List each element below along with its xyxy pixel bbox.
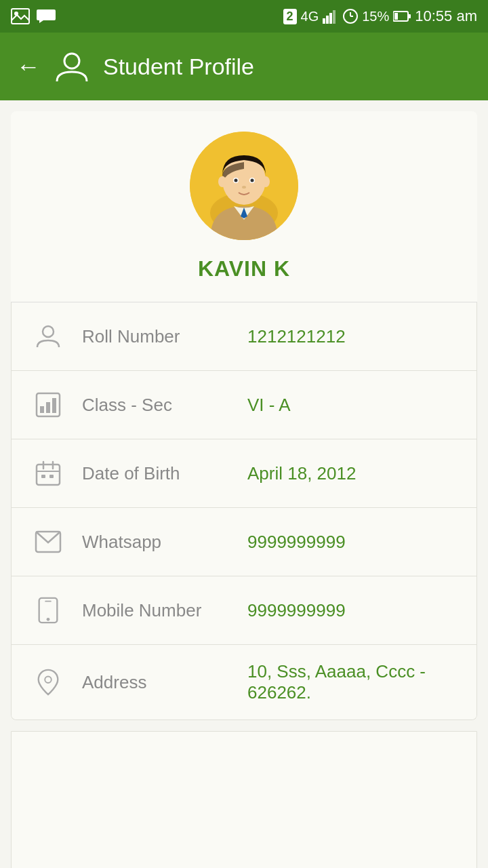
dob-value: April 18, 2012 [247,463,356,484]
mobile-value: 9999999999 [247,600,346,621]
status-bar-left [11,8,56,24]
network-label: 4G [301,9,319,24]
battery-icon [393,10,411,22]
address-row: Address 10, Sss, Aaaaa, Cccc - 626262. [12,645,476,719]
message-icon [37,8,56,24]
svg-rect-26 [46,402,50,413]
svg-point-19 [251,179,254,182]
svg-rect-10 [394,13,398,20]
svg-rect-27 [52,398,56,413]
svg-point-12 [64,54,79,68]
student-name: KAVIN K [198,256,290,281]
roll-number-row: Roll Number 1212121212 [12,302,476,371]
svg-point-37 [47,618,50,621]
time-display: 10:55 am [415,7,477,25]
profile-icon-header [54,49,89,84]
svg-point-22 [262,176,270,187]
calendar-icon [30,456,66,491]
svg-rect-33 [49,475,54,478]
svg-rect-28 [37,465,60,485]
page-title: Student Profile [103,54,254,80]
status-bar-right: 2 4G 15% 10:55 am [283,7,477,25]
app-bar: ← Student Profile [0,33,488,100]
svg-rect-4 [329,13,332,24]
envelope-icon [30,524,66,559]
dob-label: Date of Birth [82,463,231,484]
svg-rect-2 [323,18,325,24]
dob-row: Date of Birth April 18, 2012 [12,439,476,508]
svg-rect-25 [40,406,44,413]
profile-card: KAVIN K [11,111,477,302]
clock-icon [343,9,358,24]
chart-icon [30,387,66,422]
mobile-row: Mobile Number 9999999999 [12,576,476,645]
location-icon [30,665,66,700]
back-button[interactable]: ← [16,52,41,81]
person-icon [30,319,66,354]
info-section: Roll Number 1212121212 Class - Sec VI - … [11,302,477,720]
svg-rect-5 [333,10,336,24]
svg-rect-11 [408,14,411,18]
whatsapp-row: Whatsapp 9999999999 [12,508,476,576]
roll-number-value: 1212121212 [247,326,346,347]
battery-percentage: 15% [362,9,389,24]
phone-icon [30,593,66,628]
svg-point-20 [242,186,246,189]
avatar-svg [190,132,298,240]
svg-rect-3 [326,16,329,24]
address-label: Address [82,672,231,693]
class-sec-value: VI - A [247,395,291,416]
roll-number-label: Roll Number [82,326,231,347]
address-value: 10, Sss, Aaaaa, Cccc - 626262. [247,661,458,703]
svg-point-23 [43,326,54,337]
whatsapp-label: Whatsapp [82,532,231,553]
whatsapp-value: 9999999999 [247,532,346,553]
class-sec-row: Class - Sec VI - A [12,371,476,439]
sim-badge: 2 [283,9,297,24]
svg-point-17 [235,179,238,182]
svg-point-21 [218,176,226,187]
mobile-label: Mobile Number [82,600,231,621]
class-sec-label: Class - Sec [82,395,231,416]
bottom-area [11,731,477,868]
gallery-icon [11,8,30,24]
svg-rect-32 [41,475,45,478]
status-bar: 2 4G 15% 10:55 am [0,0,488,33]
svg-rect-0 [12,9,29,24]
svg-point-38 [45,676,52,683]
signal-icon [323,9,339,24]
avatar [190,132,298,240]
